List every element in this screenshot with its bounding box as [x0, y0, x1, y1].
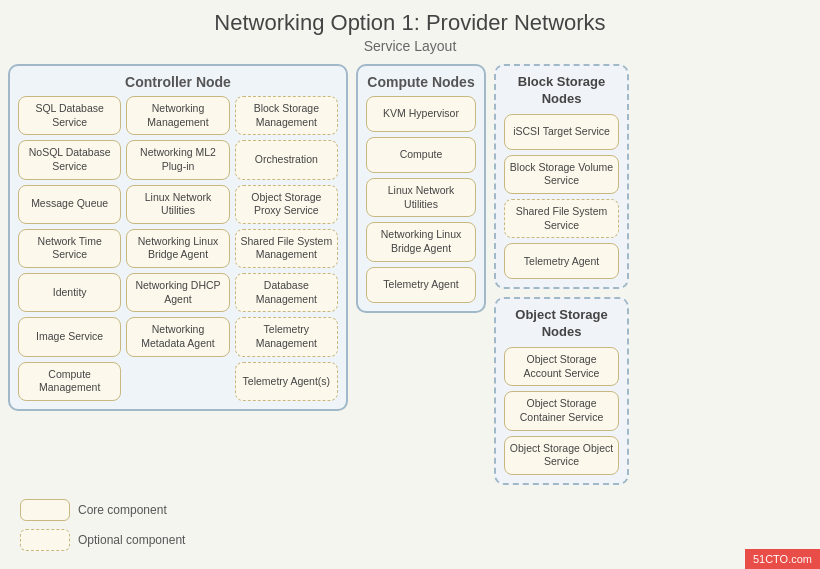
service-box: NoSQL Database Service — [18, 140, 121, 179]
object-storage-nodes-title: Object Storage Nodes — [504, 307, 619, 341]
legend-core-box — [20, 499, 70, 521]
service-box: Identity — [18, 273, 121, 312]
legend-core-label: Core component — [78, 503, 167, 517]
service-box: Networking DHCP Agent — [126, 273, 229, 312]
list-item: Object Storage Object Service — [504, 436, 619, 475]
block-storage-nodes-section: Block Storage Nodes iSCSI Target Service… — [494, 64, 629, 289]
service-box: Networking Management — [126, 96, 229, 135]
list-item: Linux Network Utilities — [366, 178, 476, 217]
legend-optional-label: Optional component — [78, 533, 185, 547]
page-subtitle: Service Layout — [0, 38, 820, 54]
legend-core: Core component — [20, 499, 185, 521]
service-box: Database Management — [235, 273, 338, 312]
list-item: Telemetry Agent — [366, 267, 476, 303]
legend: Core component Optional component — [20, 499, 185, 551]
object-storage-nodes-section: Object Storage Nodes Object Storage Acco… — [494, 297, 629, 485]
list-item: Shared File System Service — [504, 199, 619, 238]
service-box: Telemetry Management — [235, 317, 338, 356]
legend-optional-box — [20, 529, 70, 551]
service-box: Linux Network Utilities — [126, 185, 229, 224]
service-box: Compute Management — [18, 362, 121, 401]
block-storage-nodes-title: Block Storage Nodes — [504, 74, 619, 108]
list-item: Telemetry Agent — [504, 243, 619, 279]
service-box: Networking Metadata Agent — [126, 317, 229, 356]
service-box: Orchestration — [235, 140, 338, 179]
controller-node-title: Controller Node — [18, 74, 338, 90]
service-box: Networking ML2 Plug-in — [126, 140, 229, 179]
service-box: SQL Database Service — [18, 96, 121, 135]
controller-node-section: Controller Node SQL Database Service Net… — [8, 64, 348, 411]
service-image-box: Image Service — [18, 317, 121, 356]
service-box: Block Storage Management — [235, 96, 338, 135]
service-box: Telemetry Agent(s) — [235, 362, 338, 401]
legend-optional: Optional component — [20, 529, 185, 551]
service-box: Message Queue — [18, 185, 121, 224]
list-item: iSCSI Target Service — [504, 114, 619, 150]
service-box-empty — [126, 362, 229, 401]
list-item: Object Storage Account Service — [504, 347, 619, 386]
watermark: 51CTO.com — [745, 549, 820, 569]
list-item: Block Storage Volume Service — [504, 155, 619, 194]
list-item: Compute — [366, 137, 476, 173]
service-box: Network Time Service — [18, 229, 121, 268]
compute-nodes-section: Compute Nodes KVM Hypervisor Compute Lin… — [356, 64, 486, 313]
page-title: Networking Option 1: Provider Networks — [0, 10, 820, 36]
compute-nodes-title: Compute Nodes — [366, 74, 476, 90]
service-box: Networking Linux Bridge Agent — [126, 229, 229, 268]
service-box: Shared File System Management — [235, 229, 338, 268]
service-box: Object Storage Proxy Service — [235, 185, 338, 224]
list-item: KVM Hypervisor — [366, 96, 476, 132]
list-item: Object Storage Container Service — [504, 391, 619, 430]
list-item: Networking Linux Bridge Agent — [366, 222, 476, 261]
